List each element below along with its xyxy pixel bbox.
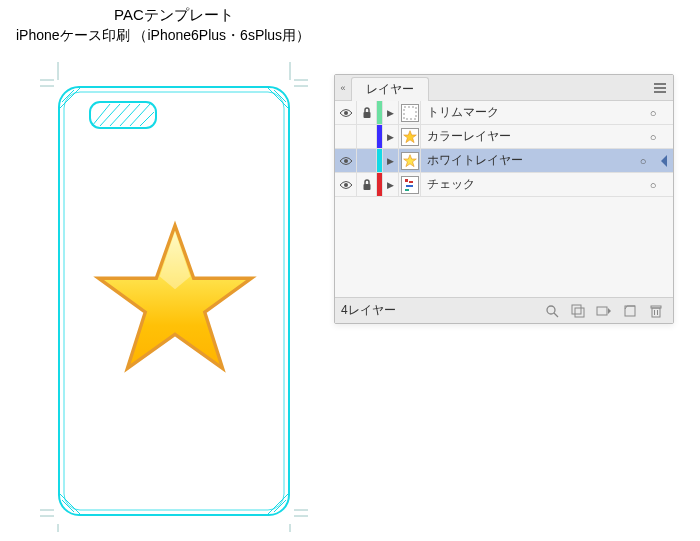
visibility-toggle[interactable]: [335, 125, 357, 148]
disclosure-toggle[interactable]: ▶: [383, 125, 399, 148]
svg-line-20: [140, 112, 154, 126]
svg-line-25: [60, 494, 80, 514]
eye-icon: [339, 108, 353, 118]
lock-icon: [362, 107, 372, 119]
svg-line-15: [92, 104, 110, 126]
layer-name[interactable]: カラーレイヤー: [421, 128, 639, 145]
svg-rect-46: [405, 189, 409, 191]
svg-rect-49: [572, 305, 581, 314]
make-clipping-mask-button[interactable]: [567, 302, 589, 320]
svg-rect-37: [404, 107, 416, 119]
new-sublayer-icon: [596, 304, 612, 318]
svg-line-18: [120, 104, 140, 126]
layer-name[interactable]: チェック: [421, 176, 639, 193]
svg-rect-14: [90, 102, 156, 128]
svg-line-16: [100, 104, 120, 126]
svg-rect-50: [575, 308, 584, 317]
layer-count: 4レイヤー: [341, 302, 537, 319]
svg-line-27: [268, 494, 288, 514]
target-indicator[interactable]: ○: [629, 155, 657, 167]
new-sublayer-button[interactable]: [593, 302, 615, 320]
layer-list: ▶ トリムマーク ○ ▶ カラーレイヤー ○ ▶ ホワイトレイヤー ○: [335, 101, 673, 297]
panel-menu-button[interactable]: [651, 81, 669, 95]
visibility-toggle[interactable]: [335, 101, 357, 124]
disclosure-toggle[interactable]: ▶: [383, 173, 399, 196]
target-indicator[interactable]: ○: [639, 131, 667, 143]
lock-icon: [362, 179, 372, 191]
locate-object-button[interactable]: [541, 302, 563, 320]
svg-marker-40: [403, 154, 416, 166]
svg-rect-36: [363, 112, 370, 118]
svg-rect-44: [409, 181, 413, 183]
eye-icon: [339, 156, 353, 166]
svg-rect-53: [652, 308, 660, 317]
search-icon: [545, 304, 559, 318]
svg-line-23: [268, 88, 288, 108]
svg-line-19: [130, 104, 150, 126]
layer-thumbnail: [399, 149, 421, 172]
artboard: [40, 62, 308, 532]
svg-rect-56: [651, 306, 661, 308]
layer-row[interactable]: ▶ ホワイトレイヤー ○: [335, 149, 673, 173]
panel-collapse-button[interactable]: «: [335, 75, 351, 100]
lock-toggle[interactable]: [357, 125, 377, 148]
layer-name[interactable]: ホワイトレイヤー: [421, 152, 629, 169]
panel-footer: 4レイヤー: [335, 297, 673, 323]
layer-thumbnail: [399, 125, 421, 148]
svg-line-48: [554, 313, 558, 317]
svg-point-35: [344, 111, 348, 115]
svg-point-47: [547, 306, 555, 314]
svg-line-21: [60, 88, 80, 108]
star-artwork[interactable]: [90, 217, 260, 387]
target-indicator[interactable]: ○: [639, 107, 667, 119]
svg-rect-43: [405, 179, 408, 182]
layer-row[interactable]: ▶ トリムマーク ○: [335, 101, 673, 125]
tab-layers[interactable]: レイヤー: [351, 77, 429, 101]
clipping-mask-icon: [571, 304, 585, 318]
svg-line-17: [110, 104, 130, 126]
layer-thumbnail: [399, 101, 421, 124]
menu-icon: [652, 82, 668, 94]
layer-row[interactable]: ▶ カラーレイヤー ○: [335, 125, 673, 149]
svg-rect-42: [363, 184, 370, 190]
disclosure-toggle[interactable]: ▶: [383, 101, 399, 124]
svg-rect-51: [597, 307, 607, 315]
disclosure-toggle[interactable]: ▶: [383, 149, 399, 172]
layer-thumbnail: [399, 173, 421, 196]
lock-toggle[interactable]: [357, 149, 377, 172]
page-subtitle: iPhoneケース印刷 （iPhone6Plus・6sPlus用）: [16, 27, 696, 45]
delete-layer-button[interactable]: [645, 302, 667, 320]
svg-rect-45: [406, 185, 413, 187]
selection-indicator: [661, 155, 667, 167]
eye-icon: [339, 180, 353, 190]
layers-panel: « レイヤー ▶ トリムマーク ○: [334, 74, 674, 324]
svg-marker-38: [403, 130, 416, 142]
page-title: PACテンプレート: [114, 6, 696, 25]
svg-point-39: [344, 159, 348, 163]
layer-name[interactable]: トリムマーク: [421, 104, 639, 121]
trash-icon: [649, 304, 663, 318]
new-layer-button[interactable]: [619, 302, 641, 320]
panel-tabbar: « レイヤー: [335, 75, 673, 101]
target-indicator[interactable]: ○: [639, 179, 667, 191]
lock-toggle[interactable]: [357, 173, 377, 196]
visibility-toggle[interactable]: [335, 149, 357, 172]
lock-toggle[interactable]: [357, 101, 377, 124]
layer-row[interactable]: ▶ チェック ○: [335, 173, 673, 197]
new-layer-icon: [623, 304, 637, 318]
visibility-toggle[interactable]: [335, 173, 357, 196]
svg-point-41: [344, 183, 348, 187]
